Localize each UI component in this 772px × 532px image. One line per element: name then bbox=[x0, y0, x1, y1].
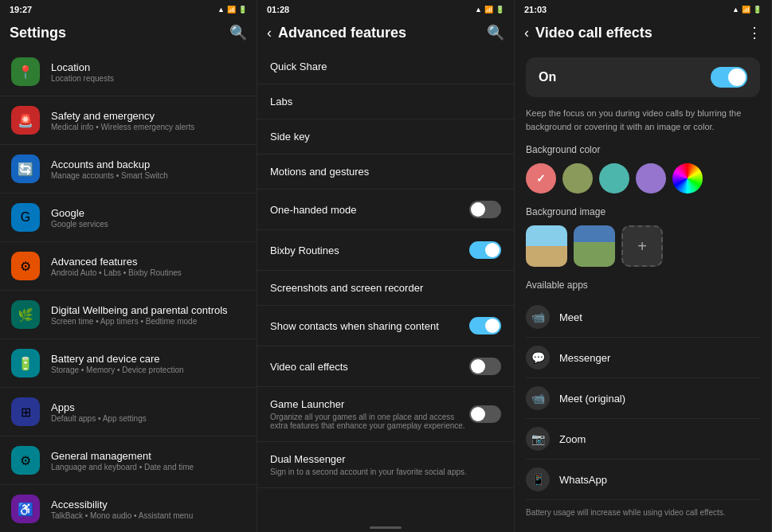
back-button-3[interactable]: ‹ bbox=[524, 25, 529, 41]
app-item-zoom[interactable]: 📷 Zoom bbox=[526, 419, 760, 460]
toggle-game-launcher[interactable] bbox=[469, 405, 501, 423]
status-icons-2: ▲ 📶 🔋 bbox=[475, 6, 504, 14]
app-item-meet[interactable]: 📹 Meet bbox=[526, 297, 760, 338]
settings-item-advanced[interactable]: ⚙ Advanced features Android Auto • Labs … bbox=[0, 244, 257, 288]
settings-item-safety[interactable]: 🚨 Safety and emergency Medical info • Wi… bbox=[0, 98, 257, 143]
settings-item-apps[interactable]: ⊞ Apps Default apps • App settings bbox=[0, 389, 257, 434]
item-subtitle-apps: Default apps • App settings bbox=[51, 414, 245, 423]
bg-thumb-mountain[interactable] bbox=[574, 225, 615, 267]
item-icon-general: ⚙ bbox=[11, 446, 40, 475]
app-icon-meet: 📹 bbox=[526, 305, 550, 329]
item-subtitle-google: Google services bbox=[51, 220, 245, 229]
time-3: 21:03 bbox=[524, 5, 547, 14]
divider bbox=[0, 96, 257, 96]
item-icon-accounts: 🔄 bbox=[11, 155, 40, 183]
item-title-apps: Apps bbox=[51, 401, 245, 413]
time-1: 19:27 bbox=[10, 5, 32, 14]
item-text-location: Location Location requests bbox=[51, 61, 245, 83]
color-check: ✓ bbox=[536, 172, 546, 185]
status-icons-1: ▲ 📶 🔋 bbox=[217, 6, 247, 14]
scroll-indicator-2 bbox=[370, 526, 402, 529]
item-text-google: Google Google services bbox=[51, 207, 245, 229]
adv-item-motions[interactable]: Motions and gestures bbox=[257, 155, 514, 190]
adv-item-video-call[interactable]: Video call effects bbox=[257, 346, 514, 387]
adv-item-screenshots[interactable]: Screenshots and screen recorder bbox=[257, 271, 514, 306]
battery-icon-1: 🔋 bbox=[238, 6, 247, 14]
status-bar-2: 01:28 ▲ 📶 🔋 bbox=[257, 0, 514, 18]
app-item-messenger[interactable]: 💬 Messenger bbox=[526, 338, 760, 378]
adv-item-game-launcher[interactable]: Game Launcher Organize all your games al… bbox=[257, 387, 514, 442]
settings-item-accessibility[interactable]: ♿ Accessibility TalkBack • Mono audio • … bbox=[0, 487, 257, 531]
color-circle-pink[interactable]: ✓ bbox=[526, 163, 556, 194]
adv-item-text-contacts-sharing: Show contacts when sharing content bbox=[270, 320, 439, 332]
item-subtitle-wellbeing: Screen time • App timers • Bedtime mode bbox=[51, 317, 245, 326]
settings-item-location[interactable]: 📍 Location Location requests bbox=[0, 49, 257, 94]
toggle-contacts-sharing[interactable] bbox=[469, 317, 501, 334]
on-toggle[interactable] bbox=[711, 67, 747, 88]
search-icon-1[interactable]: 🔍 bbox=[229, 24, 247, 41]
adv-title-dual-messenger: Dual Messenger bbox=[270, 453, 501, 465]
panel-settings: 19:27 ▲ 📶 🔋 Settings 🔍 📍 Location Locati… bbox=[0, 0, 257, 532]
color-circle-olive[interactable] bbox=[562, 163, 593, 194]
item-icon-battery: 🔋 bbox=[11, 349, 40, 377]
toggle-video-call[interactable] bbox=[469, 358, 501, 375]
settings-item-wellbeing[interactable]: 🌿 Digital Wellbeing and parental control… bbox=[0, 292, 257, 337]
bg-thumb-add[interactable]: + bbox=[621, 225, 663, 267]
app-name-meet-original: Meet (original) bbox=[559, 393, 625, 405]
advanced-header: ‹ Advanced features 🔍 bbox=[257, 18, 514, 49]
color-circle-purple[interactable] bbox=[636, 163, 666, 194]
toggle-one-handed[interactable] bbox=[469, 201, 501, 218]
adv-title-game-launcher: Game Launcher bbox=[270, 398, 469, 410]
on-toggle-row[interactable]: On bbox=[526, 57, 760, 97]
app-name-whatsapp: WhatsApp bbox=[559, 474, 607, 486]
bg-thumb-beach[interactable] bbox=[526, 225, 567, 267]
app-item-whatsapp[interactable]: 📱 WhatsApp bbox=[526, 460, 760, 500]
panel-video-call: 21:03 ▲ 📶 🔋 ‹ Video call effects ⋮ On Ke… bbox=[515, 0, 772, 532]
item-title-safety: Safety and emergency bbox=[51, 110, 245, 122]
panel-advanced: 01:28 ▲ 📶 🔋 ‹ Advanced features 🔍 Quick … bbox=[257, 0, 515, 532]
battery-icon-3: 🔋 bbox=[753, 6, 762, 14]
adv-item-side-key[interactable]: Side key bbox=[257, 119, 514, 155]
battery-note: Battery usage will increase while using … bbox=[526, 508, 760, 525]
item-subtitle-accounts: Manage accounts • Smart Switch bbox=[51, 171, 245, 180]
wifi-icon-3: ▲ bbox=[732, 6, 739, 14]
adv-item-bixby[interactable]: Bixby Routines bbox=[257, 230, 514, 271]
divider bbox=[0, 387, 257, 388]
adv-item-quick-share[interactable]: Quick Share bbox=[257, 49, 514, 84]
color-circle-teal[interactable] bbox=[599, 163, 629, 194]
settings-item-accounts[interactable]: 🔄 Accounts and backup Manage accounts • … bbox=[0, 147, 257, 191]
back-button-2[interactable]: ‹ bbox=[267, 25, 272, 41]
video-content: On Keep the focus on you during video ca… bbox=[515, 49, 771, 532]
item-text-wellbeing: Digital Wellbeing and parental controls … bbox=[51, 304, 245, 326]
status-icons-3: ▲ 📶 🔋 bbox=[732, 6, 762, 14]
wifi-icon: ▲ bbox=[217, 6, 225, 14]
adv-item-labs[interactable]: Labs bbox=[257, 84, 514, 119]
item-icon-apps: ⊞ bbox=[11, 397, 40, 426]
adv-item-dual-messenger[interactable]: Dual Messenger Sign in to a second accou… bbox=[257, 442, 514, 488]
item-text-safety: Safety and emergency Medical info • Wire… bbox=[51, 110, 245, 131]
toggle-bixby[interactable] bbox=[469, 241, 501, 259]
more-icon-3[interactable]: ⋮ bbox=[747, 24, 762, 41]
app-icon-meet-original: 📹 bbox=[526, 386, 550, 410]
color-circle-rainbow[interactable] bbox=[672, 163, 703, 194]
app-name-messenger: Messenger bbox=[559, 352, 610, 364]
settings-item-google[interactable]: G Google Google services bbox=[0, 195, 257, 240]
item-icon-accessibility: ♿ bbox=[11, 495, 40, 523]
adv-item-contacts-sharing[interactable]: Show contacts when sharing content bbox=[257, 306, 514, 346]
app-item-meet-original[interactable]: 📹 Meet (original) bbox=[526, 378, 760, 419]
adv-item-one-handed[interactable]: One-handed mode bbox=[257, 190, 514, 230]
search-icon-2[interactable]: 🔍 bbox=[487, 24, 504, 41]
adv-item-text-one-handed: One-handed mode bbox=[270, 204, 356, 216]
battery-icon-2: 🔋 bbox=[496, 6, 504, 14]
item-subtitle-battery: Storage • Memory • Device protection bbox=[51, 366, 245, 374]
item-text-accounts: Accounts and backup Manage accounts • Sm… bbox=[51, 158, 245, 180]
settings-item-battery[interactable]: 🔋 Battery and device care Storage • Memo… bbox=[0, 341, 257, 385]
adv-title-motions: Motions and gestures bbox=[270, 166, 501, 178]
time-2: 01:28 bbox=[267, 5, 289, 14]
divider bbox=[0, 144, 257, 145]
item-subtitle-location: Location requests bbox=[51, 74, 245, 83]
adv-title-video-call: Video call effects bbox=[270, 361, 348, 373]
divider bbox=[0, 193, 257, 194]
settings-item-general[interactable]: ⚙ General management Language and keyboa… bbox=[0, 438, 257, 483]
item-icon-advanced: ⚙ bbox=[11, 252, 40, 280]
